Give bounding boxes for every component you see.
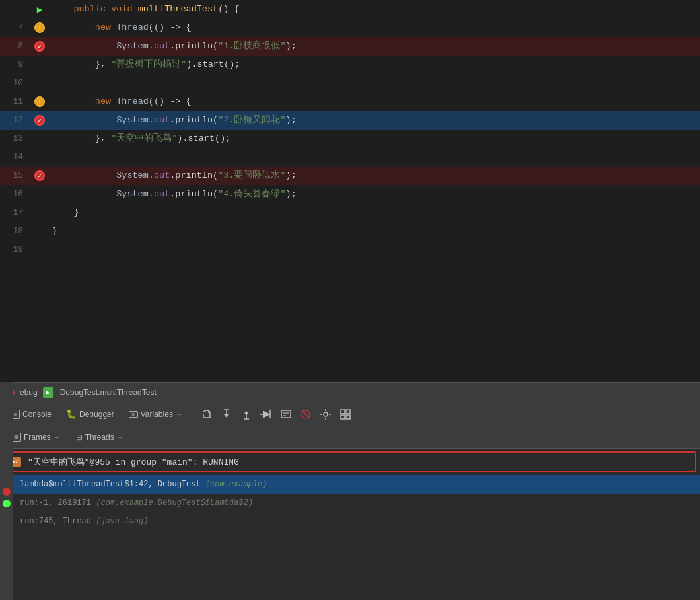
main-toolbar: ≡ Console 🐛 Debugger ≡ Variables → (0, 402, 700, 426)
code-line-12: 17 } (0, 204, 700, 222)
stack-frame-3-italic: (java.lang) (96, 517, 148, 526)
svg-marker-3 (263, 410, 270, 418)
debug-title: DebugTest.multiThreadTest (60, 388, 157, 397)
frames-arrow: → (53, 433, 60, 441)
svg-rect-10 (346, 415, 350, 419)
debug-icon-small: ▶ (43, 387, 53, 398)
frames-threads-tabs: ▦ Frames → ⊟ Threads → (0, 426, 700, 449)
red-bp-icon-10[interactable]: ✓ (34, 170, 45, 181)
stack-frame-2[interactable]: run:-1, 2619171 (com.example.DebugTest$$… (0, 494, 700, 512)
mute-breakpoints-btn[interactable] (297, 405, 315, 424)
stack-frame-3-label: run:745, Thread (java.lang) (20, 517, 148, 526)
settings-btn[interactable] (316, 405, 335, 424)
code-line-8: 13 }, "天空中的飞鸟").start(); (0, 130, 700, 148)
line-content-11: System.out.println("4.倚头答春绿"); (50, 185, 700, 204)
svg-marker-1 (224, 414, 229, 418)
line-num-5: 10 (0, 74, 30, 93)
bottom-panel: ebug ▶ DebugTest.multiThreadTest ≡ Conso… (0, 382, 700, 600)
code-line-14: 19 (0, 241, 700, 259)
line-num-2: 7 (0, 19, 30, 37)
step-out-btn[interactable] (237, 405, 256, 424)
step-over-btn[interactable] (197, 405, 216, 424)
stack-frame-1-label: lambda$multiThreadTest$1:42, DebugTest (… (20, 480, 267, 489)
gutter-2: ↑ (30, 22, 50, 33)
line-num-3: 8 (0, 37, 30, 56)
line-num-14: 19 (0, 241, 30, 259)
line-content-6: new Thread(() -> { (50, 93, 700, 111)
variables-arrow: → (176, 410, 182, 418)
line-num-13: 18 (0, 222, 30, 241)
debugger-label: Debugger (79, 410, 114, 419)
frames-tab[interactable]: ▦ Frames → (5, 431, 67, 444)
gutter-1: ▶ (30, 4, 50, 15)
line-num-7: 12 (0, 111, 30, 130)
frames-icon: ▦ (12, 433, 21, 442)
stack-frame-2-italic: (com.example.DebugTest$$Lambda$2) (96, 498, 253, 507)
frames-label: Frames (24, 433, 51, 442)
code-line-2: 7 ↑ new Thread(() -> { (0, 19, 700, 37)
debugger-tab[interactable]: 🐛 Debugger (59, 407, 121, 421)
line-content-4: }, "菩提树下的杨过").start(); (50, 56, 700, 74)
debugger-icon: 🐛 (66, 409, 77, 419)
line-content-1: public void multiThreadTest() { (50, 0, 700, 19)
svg-rect-4 (281, 410, 291, 418)
green-arrow-icon: ▶ (37, 4, 42, 15)
variables-tab[interactable]: ≡ Variables → (122, 408, 189, 421)
left-debug-sidebar (0, 382, 13, 600)
code-line-13: 18 } (0, 222, 700, 241)
threads-label: Threads (85, 433, 114, 442)
line-content-12: } (50, 204, 700, 222)
sidebar-red-dot (3, 488, 11, 496)
code-line-9: 14 (0, 148, 700, 167)
evaluate-btn[interactable] (277, 405, 295, 424)
variables-label: Variables (141, 410, 173, 419)
gutter-6: ↑ (30, 96, 50, 107)
thread-list-panel: ▶✓ "天空中的飞鸟"@955 in group "main": RUNNING… (0, 449, 700, 531)
line-content-2: new Thread(() -> { (50, 19, 700, 37)
svg-rect-8 (346, 410, 350, 414)
line-content-8: }, "天空中的飞鸟").start(); (50, 130, 700, 148)
line-num-9: 14 (0, 148, 30, 167)
step-into-btn[interactable] (217, 405, 236, 424)
debug-label: ebug (20, 388, 38, 397)
stack-frame-1[interactable]: lambda$multiThreadTest$1:42, DebugTest (… (0, 475, 700, 494)
stack-frame-3[interactable]: run:745, Thread (java.lang) (0, 512, 700, 531)
line-num-11: 16 (0, 185, 30, 204)
grid-view-btn[interactable] (336, 405, 355, 424)
stack-frame-1-italic: (com.example) (205, 480, 267, 489)
threads-icon: ⊟ (76, 433, 83, 442)
line-num-12: 17 (0, 204, 30, 222)
code-editor: ▶ public void multiThreadTest() { 7 ↑ ne… (0, 0, 700, 383)
line-num-6: 11 (0, 93, 30, 111)
threads-tab[interactable]: ⊟ Threads → (69, 431, 130, 444)
run-to-cursor-btn[interactable] (257, 405, 275, 424)
toolbar-separator (193, 408, 193, 421)
code-line-10: 15 ✓ System.out.println("3.要问卧似水"); (0, 167, 700, 185)
code-line-7: 12 ✓ System.out.println("2.卧梅又闻花"); (0, 111, 700, 130)
code-line-3: 8 ✓ System.out.println("1.卧枝商恨低"); (0, 37, 700, 56)
gutter-3: ✓ (30, 41, 50, 52)
red-bp-icon-7[interactable]: ✓ (34, 115, 45, 126)
line-num-8: 13 (0, 130, 30, 148)
svg-point-6 (324, 412, 328, 416)
stack-frame-2-label: run:-1, 2619171 (com.example.DebugTest$$… (20, 498, 253, 507)
threads-arrow: → (117, 433, 123, 441)
svg-rect-7 (341, 410, 345, 414)
orange-bp-icon-2[interactable]: ↑ (34, 22, 45, 33)
line-content-3: System.out.println("1.卧枝商恨低"); (50, 37, 700, 56)
line-num-10: 15 (0, 167, 30, 185)
orange-bp-icon-6[interactable]: ↑ (34, 96, 45, 107)
debug-tab-bar: ebug ▶ DebugTest.multiThreadTest (0, 383, 700, 402)
line-content-13: } (50, 222, 700, 241)
console-label: Console (22, 410, 52, 419)
code-line-1: ▶ public void multiThreadTest() { (0, 0, 700, 19)
line-content-7: System.out.println("2.卧梅又闻花"); (50, 111, 700, 130)
variables-icon: ≡ (129, 411, 138, 418)
red-bp-icon-3[interactable]: ✓ (34, 41, 45, 52)
svg-rect-9 (341, 415, 345, 419)
code-line-6: 11 ↑ new Thread(() -> { (0, 93, 700, 111)
thread-item-label-running: "天空中的飞鸟"@955 in group "main": RUNNING (28, 456, 239, 468)
line-content-10: System.out.println("3.要问卧似水"); (50, 167, 700, 185)
thread-item-running[interactable]: ▶✓ "天空中的飞鸟"@955 in group "main": RUNNING (4, 451, 696, 472)
gutter-10: ✓ (30, 170, 50, 181)
